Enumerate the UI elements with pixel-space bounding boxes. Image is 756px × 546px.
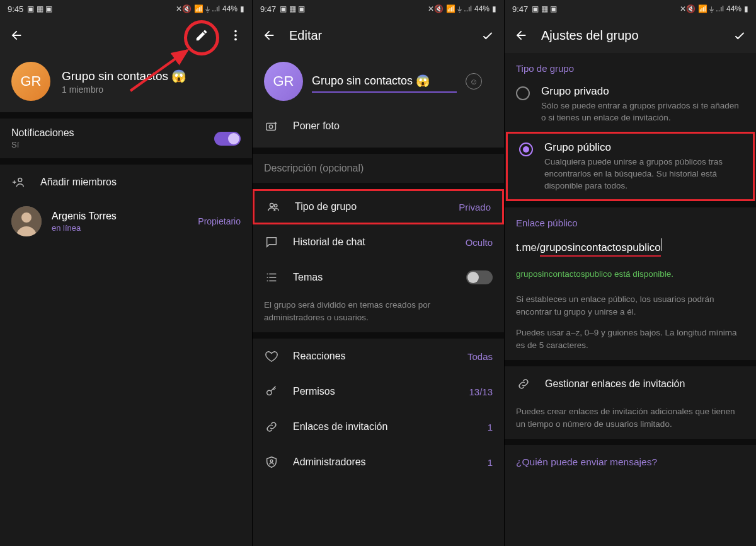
radio-icon	[516, 86, 530, 100]
add-members-label: Añadir miembros	[40, 177, 241, 188]
svg-point-8	[269, 125, 273, 129]
notifications-value: Sí	[11, 140, 200, 149]
invite-links-row[interactable]: Enlaces de invitación 1	[253, 409, 504, 444]
svg-point-2	[234, 38, 237, 41]
member-role: Propietario	[198, 216, 241, 226]
more-icon[interactable]	[228, 28, 243, 43]
themes-row[interactable]: Temas	[253, 260, 504, 295]
group-avatar[interactable]: GR	[264, 62, 303, 101]
svg-point-11	[267, 390, 272, 395]
radio-public[interactable]: Grupo público Cualquiera puede unirse a …	[506, 132, 755, 202]
link-hint-1: Si estableces un enlace público, los usu…	[505, 289, 756, 327]
status-bar: 9:47 ▣ ▦ ▣ ✕🔇 📶 ⏚ ..ıl 44% ▮	[505, 0, 756, 18]
status-right-icons: ✕🔇 📶 ⏚ ..ıl 44% ▮	[680, 4, 748, 13]
admins-row[interactable]: Administradores 1	[253, 444, 504, 480]
header: Editar	[253, 18, 504, 53]
add-person-icon	[11, 175, 26, 189]
admins-value: 1	[488, 457, 493, 468]
group-name: Grupo sin contactos 😱	[62, 69, 186, 83]
radio-private-label: Grupo privado	[541, 85, 745, 98]
link-value: gruposincontactospublico	[540, 241, 661, 257]
section-public-link: Enlace público	[505, 207, 756, 232]
back-icon[interactable]	[261, 28, 277, 43]
status-left-icons: ▣ ▦ ▣	[532, 4, 557, 13]
chat-history-row[interactable]: Historial de chat Oculto	[253, 224, 504, 260]
radio-icon	[519, 142, 533, 156]
group-type-row[interactable]: Tipo de grupo Privado	[253, 189, 504, 224]
status-left-icons: ▣ ▦ ▣	[280, 4, 305, 13]
permissions-row[interactable]: Permisos 13/13	[253, 374, 504, 409]
description-input[interactable]: Descripción (opcional)	[253, 154, 504, 183]
add-members-row[interactable]: Añadir miembros	[0, 165, 252, 200]
member-row[interactable]: Argenis Torres en línea Propietario	[0, 200, 252, 243]
key-icon	[264, 385, 279, 398]
screen-group-info: 9:45 ▣ ▦ ▣ ✕🔇 📶 ⏚ ..ıl 44% ▮ GR Grupo si…	[0, 0, 252, 546]
svg-point-12	[270, 460, 273, 462]
chat-icon	[264, 235, 279, 249]
annotation-circle	[184, 20, 219, 55]
link-icon	[516, 377, 531, 391]
section-group-type: Tipo de grupo	[505, 53, 756, 78]
heart-icon	[264, 349, 279, 363]
group-avatar[interactable]: GR	[11, 62, 50, 101]
svg-point-1	[234, 34, 237, 37]
svg-point-9	[270, 204, 274, 207]
invite-links-value: 1	[488, 422, 493, 433]
status-bar: 9:47 ▣ ▦ ▣ ✕🔇 📶 ⏚ ..ıl 44% ▮	[253, 0, 504, 18]
notifications-toggle[interactable]	[214, 132, 241, 146]
status-left-icons: ▣ ▦ ▣	[27, 4, 52, 13]
themes-toggle[interactable]	[466, 270, 493, 284]
group-header: GR Grupo sin contactos 😱 1 miembro	[0, 53, 252, 112]
invite-links-label: Enlaces de invitación	[293, 421, 474, 433]
public-link-input[interactable]: t.me/gruposincontactospublico	[505, 232, 756, 257]
group-type-value: Privado	[459, 202, 491, 212]
member-avatar	[11, 206, 42, 236]
emoji-icon[interactable]: ☺	[466, 73, 482, 90]
clock: 9:47	[260, 4, 276, 14]
group-name-input[interactable]	[312, 71, 457, 93]
page-title: Editar	[289, 28, 467, 43]
link-hint-2: Puedes usar a–z, 0–9 y guiones bajos. La…	[505, 327, 756, 360]
admins-label: Administradores	[293, 456, 474, 468]
set-photo-row[interactable]: Poner foto	[253, 112, 504, 148]
themes-hint: El grupo será dividido en temas creados …	[253, 295, 504, 332]
name-edit-block: GR ☺	[253, 53, 504, 112]
svg-rect-7	[266, 123, 276, 130]
clock: 9:45	[8, 4, 23, 14]
manage-invite-links-row[interactable]: Gestionar enlaces de invitación	[505, 366, 756, 402]
list-icon	[264, 270, 279, 284]
notifications-label: Notificaciones	[11, 127, 200, 139]
status-bar: 9:45 ▣ ▦ ▣ ✕🔇 📶 ⏚ ..ıl 44% ▮	[0, 0, 252, 18]
set-photo-label: Poner foto	[293, 120, 493, 132]
radio-public-label: Grupo público	[544, 141, 742, 154]
group-type-label: Tipo de grupo	[295, 201, 445, 212]
svg-point-0	[234, 30, 237, 33]
group-icon	[266, 200, 281, 214]
who-can-send-section: ¿Quién puede enviar mensajes?	[505, 445, 756, 474]
manage-invite-links-label: Gestionar enlaces de invitación	[545, 378, 745, 390]
back-icon[interactable]	[513, 28, 529, 43]
radio-private-desc: Sólo se puede entrar a grupos privados s…	[541, 100, 745, 124]
reactions-label: Reacciones	[293, 351, 454, 362]
clock: 9:47	[512, 4, 528, 14]
shield-icon	[264, 455, 279, 469]
battery-text: 44%	[474, 4, 490, 13]
link-available: gruposincontactospublico está disponible…	[505, 257, 756, 289]
radio-private[interactable]: Grupo privado Sólo se puede entrar a gru…	[505, 78, 756, 132]
check-icon[interactable]	[732, 28, 747, 43]
screen-group-settings: 9:47 ▣ ▦ ▣ ✕🔇 📶 ⏚ ..ıl 44% ▮ Ajustes del…	[504, 0, 756, 546]
check-icon[interactable]	[480, 28, 495, 43]
link-icon	[264, 420, 279, 434]
back-icon[interactable]	[9, 28, 24, 43]
header: Ajustes del grupo	[505, 18, 756, 53]
reactions-row[interactable]: Reacciones Todas	[253, 339, 504, 374]
screen-edit-group: 9:47 ▣ ▦ ▣ ✕🔇 📶 ⏚ ..ıl 44% ▮ Editar GR ☺…	[252, 0, 504, 546]
chat-history-label: Historial de chat	[293, 236, 452, 248]
svg-point-4	[18, 178, 22, 182]
page-title: Ajustes del grupo	[541, 28, 719, 43]
camera-plus-icon	[264, 119, 279, 133]
member-status: en línea	[52, 223, 188, 233]
chat-history-value: Oculto	[466, 237, 493, 248]
notifications-row[interactable]: Notificaciones Sí	[0, 119, 252, 158]
themes-label: Temas	[293, 272, 452, 283]
